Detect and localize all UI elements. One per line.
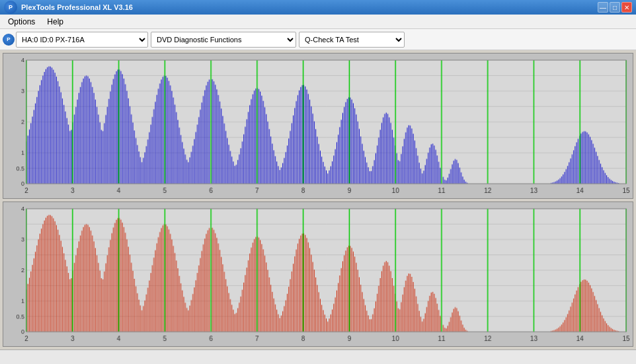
device-selector[interactable]: HA:0 ID:0 PX-716A — [16, 32, 148, 48]
device-section: P HA:0 ID:0 PX-716A — [3, 32, 148, 48]
toolbar: P HA:0 ID:0 PX-716A DVD Diagnostic Funct… — [0, 29, 636, 50]
bottom-chart — [3, 201, 633, 347]
menu-options[interactable]: Options — [3, 16, 40, 28]
bottom-panel: Jitter: 5 Peak Shift: 4 TA Quality Indic… — [0, 349, 636, 364]
device-icon: P — [3, 34, 15, 46]
main-content — [0, 50, 636, 349]
minimize-button[interactable]: — — [598, 2, 608, 13]
window-controls[interactable]: — □ ✕ — [598, 2, 632, 13]
function-selector[interactable]: DVD Diagnostic Functions — [151, 32, 296, 48]
maximize-button[interactable]: □ — [610, 2, 620, 13]
top-chart — [3, 53, 633, 199]
app-icon: P — [4, 1, 17, 14]
top-chart-canvas — [3, 54, 633, 198]
title-bar: P PlexTools Professional XL V3.16 — □ ✕ — [0, 0, 636, 15]
window-title: PlexTools Professional XL V3.16 — [21, 3, 133, 11]
bottom-chart-canvas — [3, 202, 633, 347]
close-button[interactable]: ✕ — [621, 2, 632, 13]
menu-bar: Options Help — [0, 15, 636, 29]
menu-help[interactable]: Help — [42, 16, 69, 28]
test-selector[interactable]: Q-Check TA Test — [299, 32, 405, 48]
